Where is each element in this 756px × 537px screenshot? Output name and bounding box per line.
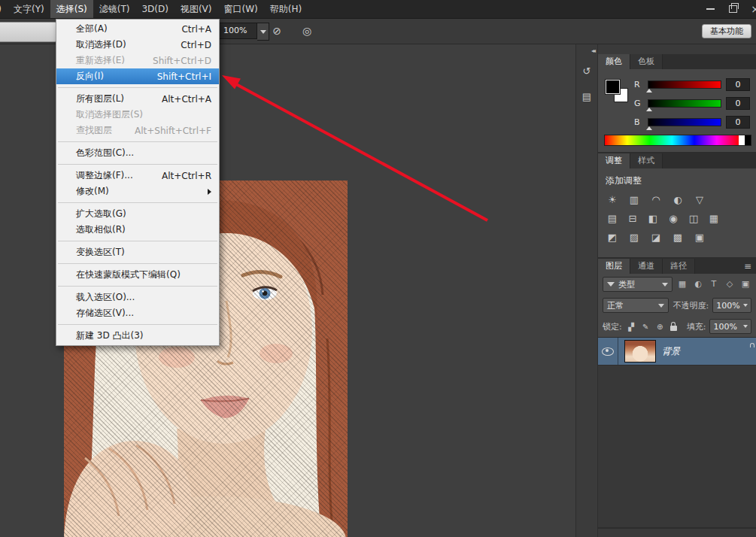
menu-separator <box>58 241 217 241</box>
tool-option-icon-1[interactable]: ⊘ <box>268 23 286 39</box>
adjustment-icon-color-lookup[interactable]: ▦ <box>706 212 722 226</box>
menu-item-refine-edge[interactable]: 调整边缘(F)... Alt+Ctrl+R <box>56 168 219 184</box>
chevron-down-icon <box>662 283 668 287</box>
tab-swatches[interactable]: 色板 <box>630 54 663 69</box>
submenu-arrow-icon <box>208 189 211 195</box>
layer-filter-row: 类型 ▦ ◐ T ◇ ▣ <box>598 274 756 295</box>
layer-thumbnail[interactable] <box>624 340 656 363</box>
menu-item-similar[interactable]: 选取相似(R) <box>56 222 219 238</box>
filter-adjustment-layers-icon[interactable]: ◐ <box>692 278 704 290</box>
minimize-icon <box>706 8 715 10</box>
adjustment-icon-color-balance[interactable]: ⊟ <box>624 212 641 226</box>
close-button[interactable]: × <box>744 0 756 18</box>
properties-panel-icon[interactable]: ▤ <box>578 90 595 105</box>
menu-item-color-range[interactable]: 色彩范围(C)... <box>56 145 219 161</box>
filter-pixel-layers-icon[interactable]: ▦ <box>676 278 688 290</box>
blue-value-field[interactable]: 0 <box>726 116 750 129</box>
restore-button[interactable] <box>721 0 744 18</box>
tab-channels[interactable]: 通道 <box>630 259 663 274</box>
tool-option-icon-2[interactable]: ◎ <box>298 23 316 39</box>
adjustment-icon-exposure[interactable]: ◐ <box>669 193 686 207</box>
tab-color[interactable]: 颜色 <box>598 54 630 69</box>
menu-view[interactable]: 视图(V) <box>175 0 218 18</box>
tab-paths[interactable]: 路径 <box>663 259 695 274</box>
minimize-button[interactable] <box>699 0 721 18</box>
menu-item-load-selection[interactable]: 载入选区(O)... <box>56 290 219 305</box>
adjustment-icon-brightness-contrast[interactable]: ☀ <box>604 193 621 207</box>
adjustment-icon-hue-saturation[interactable]: ▤ <box>604 212 621 226</box>
adjustment-icon-photo-filter[interactable]: ◉ <box>665 212 682 226</box>
lock-transparency-icon[interactable]: ▞ <box>626 321 637 332</box>
filter-shape-layers-icon[interactable]: ◇ <box>724 278 736 290</box>
layers-panel: 图层 通道 路径 ≡ 类型 ▦ ◐ T ◇ ▣ 正常 <box>598 259 756 529</box>
menu-filter[interactable]: 滤镜(T) <box>93 0 136 18</box>
panel-menu-icon[interactable]: ≡ <box>739 259 756 274</box>
add-adjustment-heading: 添加调整 <box>606 174 750 187</box>
fill-field[interactable]: 100% <box>709 319 751 334</box>
adjustment-icon-selective-color[interactable]: ▣ <box>691 231 708 244</box>
adjustment-icon-posterize[interactable]: ▨ <box>626 231 642 244</box>
green-slider[interactable] <box>648 99 721 108</box>
menu-item-save-selection[interactable]: 存储选区(V)... <box>56 305 219 321</box>
adjustment-icon-black-white[interactable]: ◧ <box>645 212 661 226</box>
menu-item-all-layers[interactable]: 所有图层(L) Alt+Ctrl+A <box>56 91 219 107</box>
menu-item-grow[interactable]: 扩大选取(G) <box>56 206 219 222</box>
adjustment-icon-invert[interactable]: ◩ <box>604 231 621 244</box>
adjustment-icon-channel-mixer[interactable]: ◫ <box>685 212 702 226</box>
red-value-field[interactable]: 0 <box>726 78 750 91</box>
menu-item-label: 查找图层 <box>76 124 112 137</box>
foreground-background-swatches[interactable] <box>606 80 628 102</box>
foreground-color-swatch[interactable] <box>606 80 620 94</box>
opacity-field[interactable]: 100% <box>712 298 751 313</box>
menu-item-label: 取消选择(D) <box>76 38 126 51</box>
red-slider[interactable] <box>648 80 721 89</box>
filter-type-layers-icon[interactable]: T <box>708 278 720 290</box>
workspace-switcher-button[interactable]: 基本功能 <box>702 24 751 38</box>
adjustment-icon-curves[interactable]: ◠ <box>648 193 664 207</box>
color-spectrum-ramp[interactable] <box>604 135 751 146</box>
menu-item-modify[interactable]: 修改(M) <box>56 184 219 199</box>
lock-position-icon[interactable]: ⊕ <box>654 321 666 332</box>
lock-pixels-icon[interactable]: ✎ <box>640 321 651 332</box>
menu-item-label: 新建 3D 凸出(3) <box>76 329 144 342</box>
blend-mode-dropdown[interactable]: 正常 <box>603 298 669 313</box>
zoom-level-field[interactable]: 100% <box>218 23 257 39</box>
menu-select[interactable]: 选择(S) <box>50 0 93 18</box>
menu-window[interactable]: 窗口(W) <box>218 0 264 18</box>
adjustment-icon-vibrance[interactable]: ▽ <box>691 193 708 207</box>
lock-all-icon[interactable] <box>670 326 677 331</box>
restore-icon <box>729 5 737 13</box>
menu-item-quick-mask[interactable]: 在快速蒙版模式下编辑(Q) <box>56 267 219 283</box>
adjustment-icon-threshold[interactable]: ◪ <box>648 231 664 244</box>
menu-type[interactable]: 文字(Y) <box>8 0 50 18</box>
filter-smart-objects-icon[interactable]: ▣ <box>739 278 751 290</box>
adjustment-icon-levels[interactable]: ▥ <box>626 193 642 207</box>
adjustment-icon-gradient-map[interactable]: ▩ <box>669 231 686 244</box>
green-value-field[interactable]: 0 <box>726 97 750 110</box>
lock-buttons: ▞ ✎ ⊕ <box>626 321 679 332</box>
menu-item-shortcut: Shift+Ctrl+D <box>153 56 211 66</box>
menu-item-inverse[interactable]: 反向(I) Shift+Ctrl+I <box>56 68 219 84</box>
menu-item-transform-selection[interactable]: 变换选区(T) <box>56 244 219 260</box>
tool-preset-picker[interactable] <box>0 22 57 42</box>
tab-adjustments[interactable]: 调整 <box>598 153 630 168</box>
menu-3d[interactable]: 3D(D) <box>135 0 174 18</box>
chevron-down-icon <box>658 304 664 308</box>
visibility-toggle[interactable] <box>598 338 618 365</box>
menu-item-new-3d-extrusion[interactable]: 新建 3D 凸出(3) <box>56 328 219 344</box>
expand-panels-icon[interactable]: ◂◂ <box>591 47 594 54</box>
tab-styles[interactable]: 样式 <box>630 153 663 168</box>
filter-type-dropdown[interactable]: 类型 <box>603 277 673 292</box>
menu-help[interactable]: 帮助(H) <box>264 0 308 18</box>
menu-item-shortcut: Ctrl+D <box>181 40 211 50</box>
select-menu-dropdown: 全部(A) Ctrl+A 取消选择(D) Ctrl+D 重新选择(E) Shif… <box>56 19 220 346</box>
history-panel-icon[interactable]: ↺ <box>578 64 595 79</box>
tab-layers[interactable]: 图层 <box>598 259 630 274</box>
menu-layer[interactable]: 图层(L) <box>0 0 8 18</box>
blue-slider[interactable] <box>648 118 721 126</box>
lock-fill-row: 锁定: ▞ ✎ ⊕ 填充: 100% <box>598 316 756 337</box>
menu-item-select-all[interactable]: 全部(A) Ctrl+A <box>56 21 219 37</box>
menu-item-deselect[interactable]: 取消选择(D) Ctrl+D <box>56 37 219 53</box>
menu-item-shortcut: Alt+Ctrl+R <box>162 171 211 181</box>
layer-row-background[interactable]: 背景 <box>598 338 756 366</box>
